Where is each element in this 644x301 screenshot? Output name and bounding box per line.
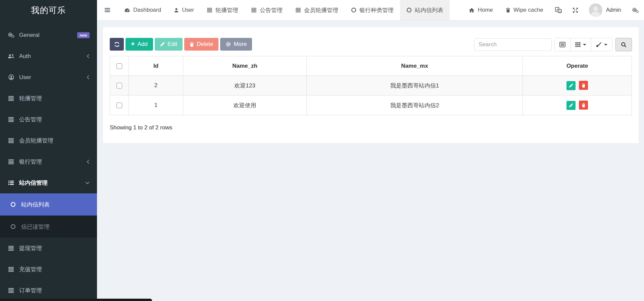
tab-user[interactable]: User [167, 0, 200, 20]
circle-icon [351, 7, 356, 13]
column-header-name-zh[interactable]: Name_zh [183, 56, 307, 76]
bars-icon [7, 288, 15, 293]
tab-bank-type[interactable]: 银行种类管理 [345, 0, 400, 20]
sidebar-item-recharge[interactable]: 充值管理 [0, 259, 97, 280]
home-button[interactable]: Home [462, 0, 499, 20]
home-icon [469, 8, 475, 13]
main-area: Dashboard User 轮播管理 公告管理 会员轮播管理 [97, 0, 644, 301]
language-button[interactable]: A文 [550, 0, 567, 20]
home-label: Home [478, 7, 493, 13]
tab-label: 会员轮播管理 [304, 6, 338, 14]
tab-label: User [182, 7, 194, 13]
sidebar-item-messages[interactable]: 站内信管理 [0, 172, 97, 193]
sidebar-item-announcement[interactable]: 公告管理 [0, 109, 97, 130]
sidebar-item-withdraw[interactable]: 提现管理 [0, 238, 97, 259]
sidebar-item-message-list[interactable]: 站内信列表 [0, 193, 97, 216]
delete-button[interactable]: Delete [184, 38, 218, 51]
tab-label: Dashboard [133, 7, 161, 13]
sidebar-item-label: 信已读管理 [21, 223, 50, 231]
sidebar: 我的可乐 General new Auth User [0, 0, 97, 301]
cell-id: 1 [129, 96, 183, 115]
card-view-button[interactable] [555, 38, 571, 51]
sidebar-toggle-button[interactable] [97, 0, 118, 20]
circle-icon [406, 7, 412, 13]
export-icon [596, 42, 602, 47]
sidebar-item-auth[interactable]: Auth [0, 46, 97, 67]
bars-icon [7, 159, 15, 164]
row-checkbox[interactable] [116, 103, 122, 108]
tab-member-carousel[interactable]: 会员轮播管理 [289, 0, 345, 20]
columns-button[interactable] [571, 38, 591, 51]
column-header-name-mx[interactable]: Name_mx [307, 56, 523, 76]
sidebar-item-bank[interactable]: 银行管理 [0, 151, 97, 172]
table-toolbar: + Add Edit Delete [110, 38, 632, 51]
tab-carousel[interactable]: 轮播管理 [200, 0, 245, 20]
data-table: Id Name_zh Name_mx Operate 2 欢迎123 我是墨西哥… [110, 56, 632, 115]
edit-button[interactable]: Edit [155, 38, 183, 51]
row-checkbox[interactable] [116, 83, 122, 88]
list-icon [295, 8, 301, 12]
navbar-right: Home Wipe cache A文 [462, 0, 644, 20]
list-icon [7, 180, 15, 185]
pencil-icon [160, 42, 165, 47]
tab-label: 轮播管理 [215, 6, 238, 14]
bars-icon [7, 246, 15, 251]
settings-button[interactable] [627, 0, 644, 20]
chevron-left-icon [87, 160, 90, 164]
wipe-cache-label: Wipe cache [513, 7, 543, 13]
hamburger-icon [104, 8, 110, 12]
row-delete-button[interactable] [579, 101, 588, 110]
sidebar-item-label: 轮播管理 [19, 95, 42, 102]
avatar [589, 3, 602, 17]
export-button[interactable] [591, 38, 612, 51]
add-button[interactable]: + Add [126, 38, 153, 51]
sidebar-item-user[interactable]: User [0, 67, 97, 88]
trash-icon [582, 83, 586, 88]
refresh-button[interactable] [110, 38, 124, 51]
sidebar-item-label: 公告管理 [19, 116, 42, 123]
admin-menu[interactable]: Admin [584, 0, 627, 20]
pencil-icon [569, 103, 573, 108]
sidebar-item-label: 站内信列表 [21, 201, 50, 208]
sidebar-item-orders[interactable]: 订单管理 [0, 280, 97, 301]
app-logo[interactable]: 我的可乐 [0, 0, 97, 20]
row-edit-button[interactable] [566, 81, 576, 90]
sidebar-item-general[interactable]: General new [0, 24, 97, 46]
bars-icon [7, 117, 15, 122]
fullscreen-button[interactable] [567, 0, 584, 20]
more-label: More [234, 41, 247, 48]
table-row[interactable]: 2 欢迎123 我是墨西哥站内信1 [110, 76, 632, 96]
list-icon [251, 8, 257, 12]
search-toggle-button[interactable] [615, 38, 632, 51]
select-all-checkbox[interactable] [116, 63, 122, 69]
tachometer-icon [124, 8, 130, 13]
card-view-icon [559, 42, 565, 47]
sidebar-item-member-carousel[interactable]: 会员轮播管理 [0, 130, 97, 151]
refresh-icon [114, 42, 120, 47]
table-row[interactable]: 1 欢迎使用 我是墨西哥站内信2 [110, 96, 632, 115]
row-edit-button[interactable] [566, 101, 576, 110]
bars-icon [7, 96, 15, 101]
table-view-button-group [554, 38, 612, 51]
sidebar-item-label: 提现管理 [19, 244, 42, 252]
pencil-icon [569, 83, 573, 88]
cell-name-mx: 我是墨西哥站内信2 [307, 96, 523, 115]
toolbar-right [474, 38, 632, 51]
tab-announcement[interactable]: 公告管理 [245, 0, 289, 20]
table-header-row: Id Name_zh Name_mx Operate [110, 56, 632, 76]
sidebar-item-carousel[interactable]: 轮播管理 [0, 88, 97, 109]
column-header-id[interactable]: Id [129, 56, 183, 76]
sidebar-item-message-read[interactable]: 信已读管理 [0, 216, 97, 238]
tab-dashboard[interactable]: Dashboard [118, 0, 167, 20]
app-logo-text: 我的可乐 [31, 5, 66, 16]
bars-icon [7, 138, 15, 143]
row-delete-button[interactable] [579, 81, 588, 90]
sidebar-item-label: User [19, 74, 31, 81]
sidebar-menu: General new Auth User 轮播管理 [0, 20, 97, 301]
more-button[interactable]: More [220, 38, 252, 51]
tab-message-list[interactable]: 站内信列表 [400, 0, 450, 20]
gears-icon [632, 7, 639, 13]
search-input[interactable] [474, 38, 552, 51]
caret-down-icon [583, 44, 586, 46]
wipe-cache-button[interactable]: Wipe cache [499, 0, 550, 20]
